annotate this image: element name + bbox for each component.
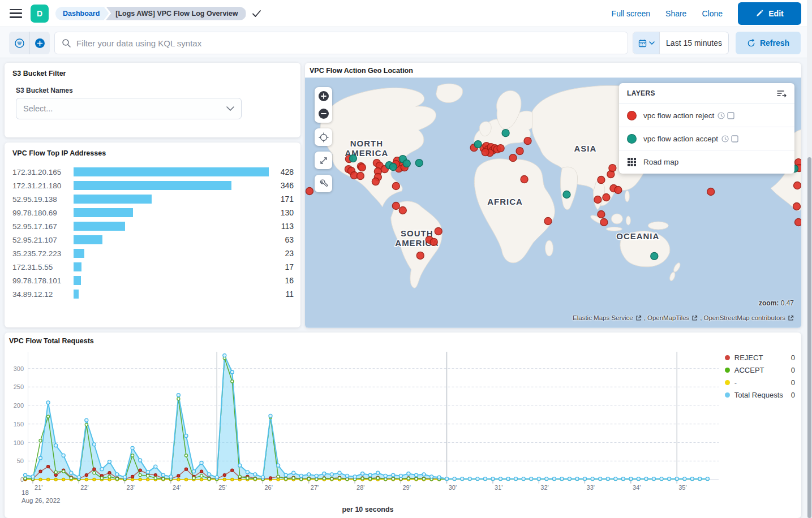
reject-geo-point[interactable] — [358, 164, 366, 171]
edit-button[interactable]: Edit — [738, 2, 801, 25]
reject-geo-point[interactable] — [392, 183, 399, 190]
accept-geo-point[interactable] — [651, 252, 658, 260]
reject-geo-point[interactable] — [793, 203, 801, 210]
ip-bar[interactable] — [74, 195, 152, 204]
reject-geo-point[interactable] — [615, 187, 622, 194]
reject-geo-point[interactable] — [594, 196, 602, 204]
legend-item[interactable]: ACCEPT0 — [725, 364, 795, 376]
map-tools-button[interactable] — [315, 175, 332, 192]
reject-geo-point[interactable] — [306, 188, 313, 195]
reject-geo-point[interactable] — [356, 172, 364, 180]
reject-geo-point[interactable] — [392, 202, 399, 210]
reject-geo-point[interactable] — [600, 218, 608, 226]
reject-geo-point[interactable] — [516, 148, 523, 155]
reject-geo-point[interactable] — [497, 145, 504, 152]
zoom-in-button[interactable] — [315, 87, 332, 105]
breadcrumb-dashboard[interactable]: Dashboard — [55, 7, 109, 20]
table-row[interactable]: 35.235.72.22323 — [12, 247, 294, 260]
add-filter-icon[interactable] — [29, 32, 50, 54]
legend-item[interactable]: Total Requests0 — [725, 389, 795, 401]
legend-value: 0 — [783, 378, 795, 387]
search-input[interactable] — [76, 38, 621, 48]
svg-text:ASIA: ASIA — [574, 144, 597, 153]
layer-row-reject[interactable]: vpc flow action reject — [619, 104, 794, 127]
reject-geo-point[interactable] — [372, 178, 379, 185]
svg-text:AFRICA: AFRICA — [487, 197, 523, 206]
ip-bar[interactable] — [74, 181, 231, 190]
legend-label: Total Requests — [734, 391, 783, 399]
reject-geo-point[interactable] — [609, 165, 616, 172]
legend-item[interactable]: REJECT0 — [725, 351, 795, 364]
reject-geo-point[interactable] — [430, 238, 437, 245]
top-navigation-bar: D Dashboard [Logs AWS] VPC Flow Log Over… — [0, 0, 812, 27]
reject-geo-point[interactable] — [482, 149, 489, 156]
attribution-link[interactable]: OpenMapTiles — [647, 314, 689, 321]
saved-query-menu-icon[interactable] — [9, 32, 29, 54]
time-range-value[interactable]: Last 15 minutes — [660, 32, 728, 54]
accept-geo-point[interactable] — [502, 130, 509, 137]
table-row[interactable]: 172.31.21.180346 — [12, 179, 294, 192]
reject-geo-point[interactable] — [521, 176, 528, 183]
accept-geo-point[interactable] — [403, 160, 410, 167]
bar-track — [74, 195, 269, 204]
legend-item[interactable]: -0 — [725, 376, 795, 389]
layer-row-roadmap[interactable]: Road map — [619, 150, 794, 174]
visibility-checkbox-icon[interactable] — [731, 135, 738, 143]
world-map[interactable]: NORTHAMERICASOUTHAMERICAAFRICAASIAOCEANI… — [305, 77, 801, 328]
reject-geo-point[interactable] — [794, 182, 801, 189]
table-row[interactable]: 172.31.5.5517 — [12, 260, 294, 274]
reject-geo-point[interactable] — [399, 206, 406, 214]
reject-geo-point[interactable] — [524, 137, 531, 145]
reject-geo-point[interactable] — [598, 176, 605, 184]
zoom-out-button[interactable] — [315, 105, 332, 123]
bar-track — [74, 290, 269, 299]
clone-button[interactable]: Clone — [702, 9, 723, 18]
layer-row-accept[interactable]: vpc flow action accept — [619, 127, 794, 150]
table-row[interactable]: 172.31.20.165428 — [12, 165, 294, 179]
reject-geo-point[interactable] — [416, 252, 424, 259]
reject-geo-point[interactable] — [509, 154, 517, 162]
ip-bar[interactable] — [74, 222, 125, 231]
share-button[interactable]: Share — [665, 9, 686, 18]
ip-bar[interactable] — [74, 262, 81, 271]
table-row[interactable]: 99.78.178.10116 — [12, 274, 294, 287]
ip-bar[interactable] — [74, 290, 79, 299]
time-series-chart[interactable]: 05010015020025030021'22'23'24'25'26'27'2… — [5, 333, 801, 518]
reject-geo-point[interactable] — [544, 217, 552, 225]
ip-bar[interactable] — [74, 249, 84, 258]
visibility-checkbox-icon[interactable] — [727, 112, 734, 119]
accept-geo-point[interactable] — [563, 191, 570, 198]
reject-geo-point[interactable] — [603, 194, 610, 201]
ip-bar[interactable] — [74, 276, 81, 285]
accept-geo-point[interactable] — [389, 163, 397, 171]
reject-geo-point[interactable] — [795, 218, 801, 226]
ip-bar[interactable] — [74, 167, 269, 176]
reject-geo-point[interactable] — [598, 210, 605, 218]
table-row[interactable]: 52.95.19.138171 — [12, 192, 294, 206]
fit-to-data-button[interactable] — [315, 128, 332, 146]
full-screen-button[interactable]: Full screen — [612, 9, 650, 18]
date-picker-button[interactable] — [633, 32, 660, 54]
attribution-link[interactable]: OpenStreetMap contributors — [704, 314, 785, 321]
scrollbar-thumb[interactable] — [807, 157, 811, 518]
reject-geo-point[interactable] — [435, 227, 442, 235]
hamburger-menu-icon[interactable] — [10, 9, 22, 18]
page-scrollbar[interactable] — [807, 0, 812, 518]
map-fullscreen-button[interactable] — [315, 152, 332, 169]
table-row[interactable]: 52.95.21.10763 — [12, 233, 294, 247]
table-row[interactable]: 34.89.12.1211 — [12, 287, 294, 301]
accept-geo-point[interactable] — [474, 141, 482, 148]
ip-bar[interactable] — [74, 235, 102, 244]
external-link-icon — [788, 315, 794, 321]
space-avatar[interactable]: D — [31, 5, 49, 23]
reject-geo-point[interactable] — [707, 188, 715, 196]
table-row[interactable]: 52.95.17.167113 — [12, 219, 294, 233]
accept-geo-point[interactable] — [349, 155, 356, 162]
table-row[interactable]: 99.78.180.69130 — [12, 206, 294, 219]
accept-geo-point[interactable] — [415, 159, 423, 167]
collapse-layers-icon[interactable] — [777, 89, 787, 97]
attribution-link[interactable]: Elastic Maps Service — [573, 314, 633, 321]
ip-bar[interactable] — [74, 208, 133, 217]
s3-bucket-select[interactable]: Select... — [16, 98, 242, 119]
refresh-button[interactable]: Refresh — [736, 32, 801, 54]
